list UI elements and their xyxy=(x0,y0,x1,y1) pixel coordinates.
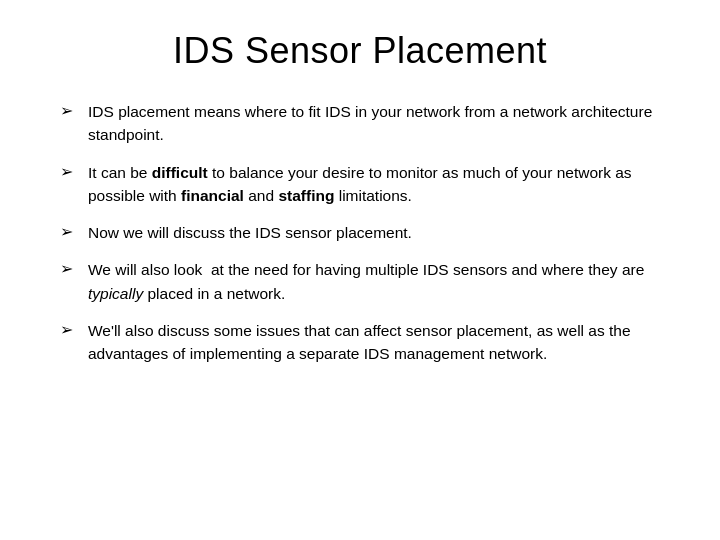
list-item: ➢ We'll also discuss some issues that ca… xyxy=(60,319,670,366)
slide: IDS Sensor Placement ➢ IDS placement mea… xyxy=(0,0,720,540)
bullet-arrow-icon: ➢ xyxy=(60,320,80,339)
list-item: ➢ Now we will discuss the IDS sensor pla… xyxy=(60,221,670,244)
bullet-arrow-icon: ➢ xyxy=(60,222,80,241)
bullet-text: We will also look at the need for having… xyxy=(88,258,670,305)
bullet-arrow-icon: ➢ xyxy=(60,162,80,181)
bullet-text: It can be difficult to balance your desi… xyxy=(88,161,670,208)
bullet-text: We'll also discuss some issues that can … xyxy=(88,319,670,366)
list-item: ➢ IDS placement means where to fit IDS i… xyxy=(60,100,670,147)
slide-title: IDS Sensor Placement xyxy=(50,30,670,72)
bullet-text: IDS placement means where to fit IDS in … xyxy=(88,100,670,147)
bullet-text: Now we will discuss the IDS sensor place… xyxy=(88,221,412,244)
bullet-arrow-icon: ➢ xyxy=(60,259,80,278)
list-item: ➢ It can be difficult to balance your de… xyxy=(60,161,670,208)
list-item: ➢ We will also look at the need for havi… xyxy=(60,258,670,305)
bullet-arrow-icon: ➢ xyxy=(60,101,80,120)
bullet-list: ➢ IDS placement means where to fit IDS i… xyxy=(50,100,670,365)
